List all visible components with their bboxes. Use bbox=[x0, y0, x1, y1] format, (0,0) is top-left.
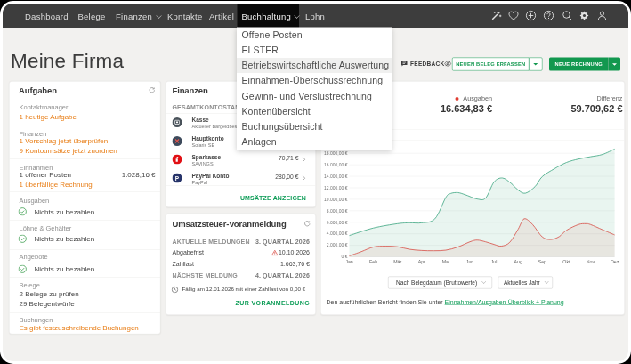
svg-text:14.000,00 €: 14.000,00 € bbox=[324, 174, 348, 179]
svg-text:Jul: Jul bbox=[491, 259, 498, 264]
svg-text:Okt: Okt bbox=[562, 259, 570, 264]
svg-text:Apr: Apr bbox=[418, 259, 425, 264]
svg-text:Mai: Mai bbox=[442, 259, 449, 264]
svg-text:Jan: Jan bbox=[345, 259, 353, 264]
svg-text:Feb: Feb bbox=[369, 259, 377, 264]
svg-text:18.000,00 €: 18.000,00 € bbox=[324, 150, 348, 156]
svg-text:16.000,00 €: 16.000,00 € bbox=[324, 162, 348, 167]
svg-text:12.000,00 €: 12.000,00 € bbox=[324, 185, 348, 190]
svg-text:4.000,00 €: 4.000,00 € bbox=[327, 231, 348, 236]
svg-text:2.000,00 €: 2.000,00 € bbox=[327, 242, 348, 247]
svg-text:Nov: Nov bbox=[587, 259, 595, 264]
svg-text:10.000,00 €: 10.000,00 € bbox=[324, 197, 348, 202]
svg-text:Dez: Dez bbox=[611, 259, 619, 264]
svg-text:P: P bbox=[175, 175, 180, 182]
svg-text:8.000,00 €: 8.000,00 € bbox=[327, 208, 348, 214]
svg-text:Mär: Mär bbox=[393, 259, 401, 264]
svg-text:Sep: Sep bbox=[538, 259, 546, 264]
svg-text:6.000,00 €: 6.000,00 € bbox=[327, 220, 348, 225]
svg-text:Aug: Aug bbox=[514, 259, 522, 264]
svg-text:Jun: Jun bbox=[466, 259, 474, 264]
